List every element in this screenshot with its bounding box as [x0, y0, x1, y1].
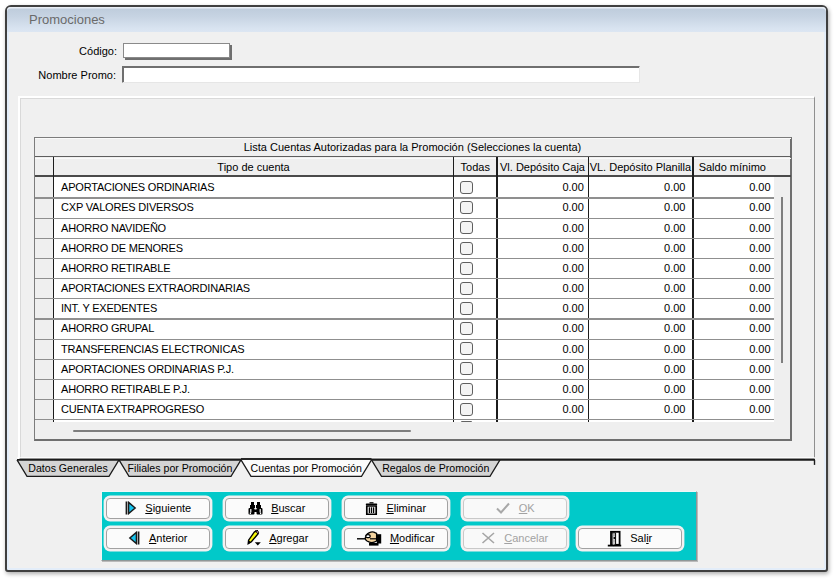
svg-text:Datos Generales: Datos Generales [28, 462, 108, 474]
svg-text:Cuentas por Promoción: Cuentas por Promoción [251, 462, 362, 474]
svg-text:Regalos de Promoción: Regalos de Promoción [382, 462, 489, 474]
svg-text:Filiales por Promoción: Filiales por Promoción [128, 462, 233, 474]
